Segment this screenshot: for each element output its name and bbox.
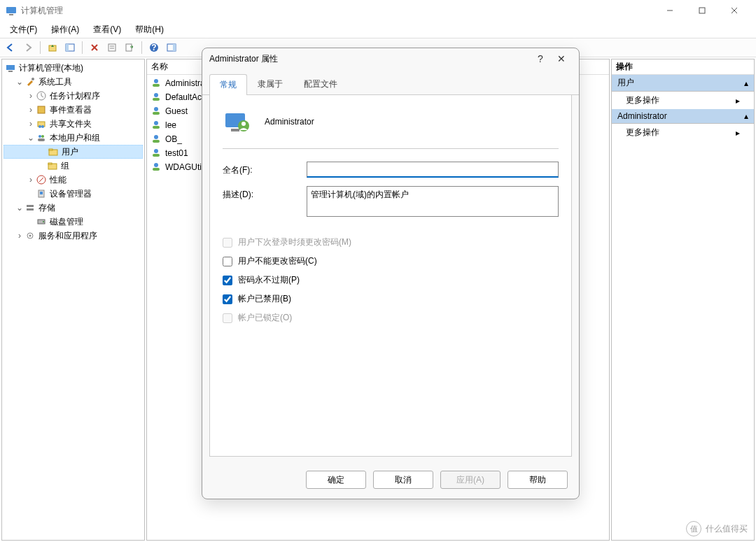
watermark: 值 什么值得买 bbox=[686, 521, 748, 536]
export-button[interactable] bbox=[122, 40, 137, 55]
app-icon bbox=[6, 5, 17, 16]
svg-point-30 bbox=[41, 135, 44, 138]
description-input[interactable] bbox=[307, 186, 559, 217]
collapse-icon[interactable]: ▴ bbox=[744, 78, 748, 88]
tree-services-apps[interactable]: › 服务和应用程序 bbox=[4, 229, 143, 243]
tree-shared-folders[interactable]: › 共享文件夹 bbox=[4, 117, 143, 131]
expander-icon[interactable]: ⌄ bbox=[15, 203, 24, 213]
close-button[interactable] bbox=[718, 0, 750, 21]
svg-rect-40 bbox=[27, 205, 34, 207]
svg-point-45 bbox=[29, 235, 31, 237]
user-icon bbox=[151, 120, 162, 131]
apply-button[interactable]: 应用(A) bbox=[440, 471, 500, 489]
svg-rect-25 bbox=[38, 106, 45, 113]
actions-more-1[interactable]: 更多操作 ▸ bbox=[612, 92, 754, 109]
collapse-icon[interactable]: ▴ bbox=[744, 111, 748, 121]
svg-point-58 bbox=[154, 163, 158, 167]
tree-groups[interactable]: 组 bbox=[4, 159, 143, 173]
section-label: 用户 bbox=[617, 77, 634, 89]
menu-action[interactable]: 操作(A) bbox=[46, 22, 85, 37]
maximize-button[interactable] bbox=[686, 0, 718, 21]
svg-rect-1 bbox=[9, 14, 13, 15]
svg-text:?: ? bbox=[151, 43, 156, 52]
show-hide-action-pane-button[interactable] bbox=[164, 40, 179, 55]
tree-storage[interactable]: ⌄ 存储 bbox=[4, 201, 143, 215]
tree-root[interactable]: 计算机管理(本地) bbox=[4, 61, 143, 75]
forward-button[interactable] bbox=[20, 40, 36, 55]
svg-rect-31 bbox=[38, 138, 45, 141]
check-never-expires-box[interactable] bbox=[223, 276, 232, 285]
item-label: OB_ bbox=[165, 134, 182, 144]
svg-point-63 bbox=[241, 122, 246, 126]
actions-section-admin[interactable]: Administrator ▴ bbox=[612, 109, 754, 124]
tree-label: 系统工具 bbox=[38, 76, 72, 88]
event-icon bbox=[36, 104, 47, 115]
tree-disk-management[interactable]: 磁盘管理 bbox=[4, 215, 143, 229]
menubar: 文件(F) 操作(A) 查看(V) 帮助(H) bbox=[0, 21, 756, 38]
user-identity-row: Administrator bbox=[223, 105, 559, 145]
cancel-button[interactable]: 取消 bbox=[373, 471, 433, 489]
tree-label: 事件查看器 bbox=[50, 104, 92, 116]
actions-section-users[interactable]: 用户 ▴ bbox=[612, 75, 754, 92]
tree-users[interactable]: 用户 bbox=[4, 145, 143, 159]
properties-button[interactable] bbox=[104, 40, 120, 55]
dialog-tabs: 常规 隶属于 配置文件 bbox=[202, 73, 579, 95]
item-label: test01 bbox=[165, 148, 188, 158]
tree-device-manager[interactable]: 设备管理器 bbox=[4, 187, 143, 201]
tab-member-of[interactable]: 隶属于 bbox=[247, 73, 293, 94]
delete-button[interactable] bbox=[87, 40, 102, 55]
item-label: lee bbox=[165, 120, 176, 130]
tab-profile[interactable]: 配置文件 bbox=[293, 73, 348, 94]
expander-icon[interactable]: › bbox=[26, 119, 36, 129]
tree-performance[interactable]: › 性能 bbox=[4, 173, 143, 187]
check-disabled[interactable]: 帐户已禁用(B) bbox=[223, 293, 559, 305]
folder-icon bbox=[47, 160, 58, 171]
svg-line-24 bbox=[41, 96, 43, 97]
dialog-close-button[interactable]: ✕ bbox=[551, 50, 572, 67]
check-locked-box bbox=[223, 313, 232, 323]
dialog-help-button[interactable]: ? bbox=[530, 50, 551, 67]
tab-general[interactable]: 常规 bbox=[209, 74, 247, 95]
tree-local-users-groups[interactable]: ⌄ 本地用户和组 bbox=[4, 131, 143, 145]
check-cannot-change-box[interactable] bbox=[223, 257, 232, 266]
tree-system-tools[interactable]: ⌄ 系统工具 bbox=[4, 75, 143, 89]
properties-dialog: Administrator 属性 ? ✕ 常规 隶属于 配置文件 Adminis… bbox=[202, 48, 580, 499]
help-button[interactable]: 帮助 bbox=[507, 471, 568, 489]
check-must-change-box bbox=[223, 238, 232, 248]
svg-rect-59 bbox=[153, 168, 160, 171]
check-disabled-box[interactable] bbox=[223, 294, 232, 304]
fullname-input[interactable] bbox=[307, 162, 559, 178]
user-icon bbox=[151, 148, 162, 159]
expander-icon[interactable]: › bbox=[26, 91, 36, 101]
up-button[interactable] bbox=[45, 40, 60, 55]
expander-icon[interactable]: ⌄ bbox=[26, 133, 36, 143]
action-label: 更多操作 bbox=[626, 127, 659, 138]
actions-more-2[interactable]: 更多操作 ▸ bbox=[612, 124, 754, 141]
show-hide-tree-button[interactable] bbox=[62, 40, 78, 55]
menu-help[interactable]: 帮助(H) bbox=[130, 22, 169, 37]
ok-button[interactable]: 确定 bbox=[306, 471, 366, 489]
tree-label: 设备管理器 bbox=[50, 188, 92, 200]
svg-point-56 bbox=[154, 149, 158, 153]
help-button[interactable]: ? bbox=[146, 40, 162, 55]
tree-event-viewer[interactable]: › 事件查看器 bbox=[4, 103, 143, 117]
check-cannot-change[interactable]: 用户不能更改密码(C) bbox=[223, 255, 559, 267]
menu-view[interactable]: 查看(V) bbox=[88, 22, 127, 37]
computer-icon bbox=[5, 62, 16, 73]
expander-icon[interactable]: ⌄ bbox=[15, 77, 24, 87]
expander-icon[interactable]: › bbox=[15, 231, 24, 241]
minimize-button[interactable] bbox=[654, 0, 686, 21]
column-name[interactable]: 名称 bbox=[151, 61, 168, 73]
check-never-expires[interactable]: 密码永不过期(P) bbox=[223, 274, 559, 286]
tree-task-scheduler[interactable]: › 任务计划程序 bbox=[4, 89, 143, 103]
divider bbox=[223, 148, 559, 149]
back-button[interactable] bbox=[3, 40, 18, 55]
check-label: 帐户已禁用(B) bbox=[238, 293, 291, 305]
tree-panel[interactable]: 计算机管理(本地) ⌄ 系统工具 › 任务计划程序 › 事件查看器 › 共享文件… bbox=[1, 59, 145, 541]
check-label: 密码永不过期(P) bbox=[238, 274, 300, 286]
menu-file[interactable]: 文件(F) bbox=[4, 22, 43, 37]
expander-icon[interactable]: › bbox=[26, 175, 36, 185]
dialog-titlebar[interactable]: Administrator 属性 ? ✕ bbox=[202, 48, 579, 69]
expander-icon[interactable]: › bbox=[26, 105, 36, 115]
tree-label: 计算机管理(本地) bbox=[19, 62, 83, 74]
